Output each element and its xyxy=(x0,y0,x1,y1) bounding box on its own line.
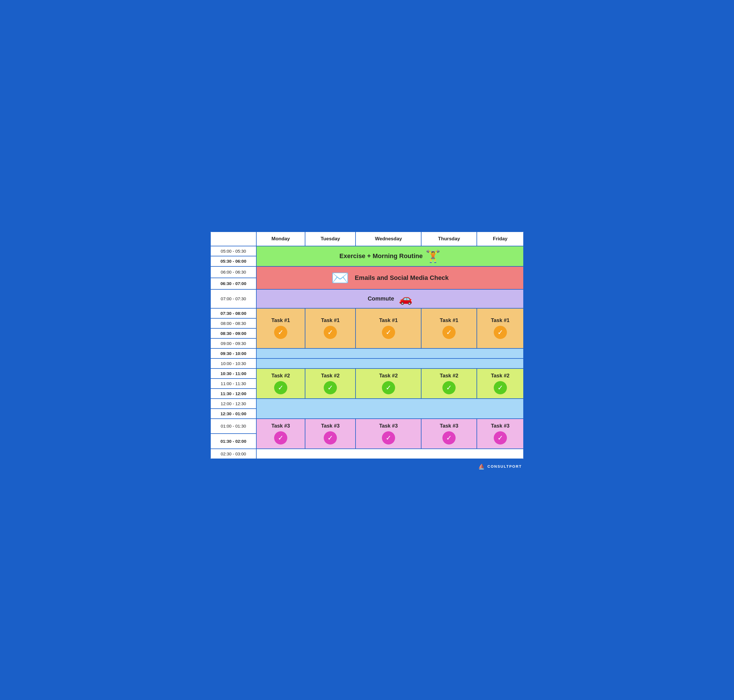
time-slot-0700: 07:00 - 07:30 xyxy=(210,289,256,308)
email-label: Emails and Social Media Check xyxy=(354,274,449,282)
schedule-table: Monday Tuesday Wednesday Thursday Friday… xyxy=(210,231,524,459)
time-slot-1100: 11:00 - 11:30 xyxy=(210,378,256,388)
table-row: 07:00 - 07:30 Commute 🚗 xyxy=(210,289,524,308)
header-thursday: Thursday xyxy=(421,232,477,246)
email-content: ✉️ Emails and Social Media Check xyxy=(257,267,523,289)
task2-label-thu: Task #2 xyxy=(424,373,474,379)
time-slot-0900: 09:00 - 09:30 xyxy=(210,338,256,349)
check-task3-fri: ✓ xyxy=(494,431,507,444)
time-slot-0130: 01:30 - 02:00 xyxy=(210,434,256,449)
task1-label-tue: Task #1 xyxy=(307,318,353,324)
time-slot-0530: 05:30 - 06:00 xyxy=(210,256,256,266)
table-row: 02:30 - 03:00 xyxy=(210,449,524,459)
task3-label-thu: Task #3 xyxy=(424,423,474,429)
time-slot-1230: 12:30 - 01:00 xyxy=(210,409,256,419)
exercise-content: Exercise + Morning Routine 🏋️ xyxy=(257,246,523,266)
break-block-2 xyxy=(256,359,524,369)
task1-label-mon: Task #1 xyxy=(259,318,303,324)
envelope-icon: ✉️ xyxy=(331,269,349,286)
table-row: 10:00 - 10:30 xyxy=(210,359,524,369)
task1-monday: Task #1 ✓ xyxy=(256,308,305,349)
task3-wednesday: Task #3 ✓ xyxy=(356,419,421,449)
check-task1-wed: ✓ xyxy=(382,326,395,339)
time-slot-0230: 02:30 - 03:00 xyxy=(210,449,256,459)
commute-label: Commute xyxy=(368,296,394,302)
commute-content: Commute 🚗 xyxy=(257,290,523,308)
schedule-container: Monday Tuesday Wednesday Thursday Friday… xyxy=(209,231,525,460)
table-row: 09:30 - 10:00 xyxy=(210,349,524,359)
task2-wednesday: Task #2 ✓ xyxy=(356,369,421,399)
time-slot-0800: 08:00 - 08:30 xyxy=(210,318,256,328)
task2-label-tue: Task #2 xyxy=(307,373,353,379)
time-slot-0930: 09:30 - 10:00 xyxy=(210,349,256,359)
task2-tuesday: Task #2 ✓ xyxy=(305,369,356,399)
consultport-logo-text: CONSULTPORT xyxy=(487,464,522,469)
exercise-block: Exercise + Morning Routine 🏋️ xyxy=(256,246,524,266)
check-task1-fri: ✓ xyxy=(494,326,507,339)
table-row: 12:00 - 12:30 xyxy=(210,399,524,409)
task1-label-fri: Task #1 xyxy=(480,318,521,324)
task3-label-tue: Task #3 xyxy=(307,423,353,429)
check-task3-wed: ✓ xyxy=(382,431,395,444)
check-task2-wed: ✓ xyxy=(382,381,395,394)
task1-label-wed: Task #1 xyxy=(358,318,419,324)
header-friday: Friday xyxy=(477,232,524,246)
table-row: 10:30 - 11:00 Task #2 ✓ Task #2 ✓ Task #… xyxy=(210,369,524,378)
task2-thursday: Task #2 ✓ xyxy=(421,369,477,399)
task3-label-fri: Task #3 xyxy=(480,423,521,429)
page-wrapper: Monday Tuesday Wednesday Thursday Friday… xyxy=(209,231,525,470)
check-task3-mon: ✓ xyxy=(274,431,287,444)
task2-monday: Task #2 ✓ xyxy=(256,369,305,399)
time-slot-1130: 11:30 - 12:00 xyxy=(210,388,256,399)
commute-block: Commute 🚗 xyxy=(256,289,524,308)
table-row: 05:00 - 05:30 Exercise + Morning Routine… xyxy=(210,246,524,256)
table-row: 06:00 - 06:30 ✉️ Emails and Social Media… xyxy=(210,266,524,278)
check-task2-mon: ✓ xyxy=(274,381,287,394)
table-row: 01:00 - 01:30 Task #3 ✓ Task #3 ✓ Task #… xyxy=(210,419,524,434)
check-task1-tue: ✓ xyxy=(324,326,337,339)
email-block: ✉️ Emails and Social Media Check xyxy=(256,266,524,289)
task3-tuesday: Task #3 ✓ xyxy=(305,419,356,449)
time-slot-0630: 06:30 - 07:00 xyxy=(210,278,256,289)
check-task2-fri: ✓ xyxy=(494,381,507,394)
time-slot-0730: 07:30 - 08:00 xyxy=(210,308,256,318)
header-tuesday: Tuesday xyxy=(305,232,356,246)
consultport-logo-icon: ⛵ xyxy=(478,463,485,470)
check-task3-thu: ✓ xyxy=(443,431,456,444)
time-slot-1200: 12:00 - 12:30 xyxy=(210,399,256,409)
time-slot-0100: 01:00 - 01:30 xyxy=(210,419,256,434)
time-slot-0500: 05:00 - 05:30 xyxy=(210,246,256,256)
task2-label-mon: Task #2 xyxy=(259,373,303,379)
break-block-1 xyxy=(256,349,524,359)
task2-label-fri: Task #2 xyxy=(480,373,521,379)
check-task2-tue: ✓ xyxy=(324,381,337,394)
task2-label-wed: Task #2 xyxy=(358,373,419,379)
empty-last-row xyxy=(256,449,524,459)
check-task1-thu: ✓ xyxy=(443,326,456,339)
task1-label-thu: Task #1 xyxy=(424,318,474,324)
car-icon: 🚗 xyxy=(399,293,412,305)
task3-monday: Task #3 ✓ xyxy=(256,419,305,449)
logo-area: ⛵ CONSULTPORT xyxy=(209,460,525,470)
logo-prefix: CONSULT xyxy=(487,464,509,469)
task3-thursday: Task #3 ✓ xyxy=(421,419,477,449)
time-slot-0830: 08:30 - 09:00 xyxy=(210,328,256,338)
header-wednesday: Wednesday xyxy=(356,232,421,246)
logo-suffix: PORT xyxy=(509,464,522,469)
check-task2-thu: ✓ xyxy=(443,381,456,394)
task3-label-wed: Task #3 xyxy=(358,423,419,429)
table-row: 07:30 - 08:00 Task #1 ✓ Task #1 ✓ Task #… xyxy=(210,308,524,318)
check-task1-mon: ✓ xyxy=(274,326,287,339)
lunch-break-block xyxy=(256,399,524,419)
task2-friday: Task #2 ✓ xyxy=(477,369,524,399)
time-slot-0600: 06:00 - 06:30 xyxy=(210,266,256,278)
task1-friday: Task #1 ✓ xyxy=(477,308,524,349)
header-monday: Monday xyxy=(256,232,305,246)
time-slot-1030: 10:30 - 11:00 xyxy=(210,369,256,378)
check-task3-tue: ✓ xyxy=(324,431,337,444)
task1-tuesday: Task #1 ✓ xyxy=(305,308,356,349)
task3-friday: Task #3 ✓ xyxy=(477,419,524,449)
time-slot-1000: 10:00 - 10:30 xyxy=(210,359,256,369)
task3-label-mon: Task #3 xyxy=(259,423,303,429)
task1-wednesday: Task #1 ✓ xyxy=(356,308,421,349)
